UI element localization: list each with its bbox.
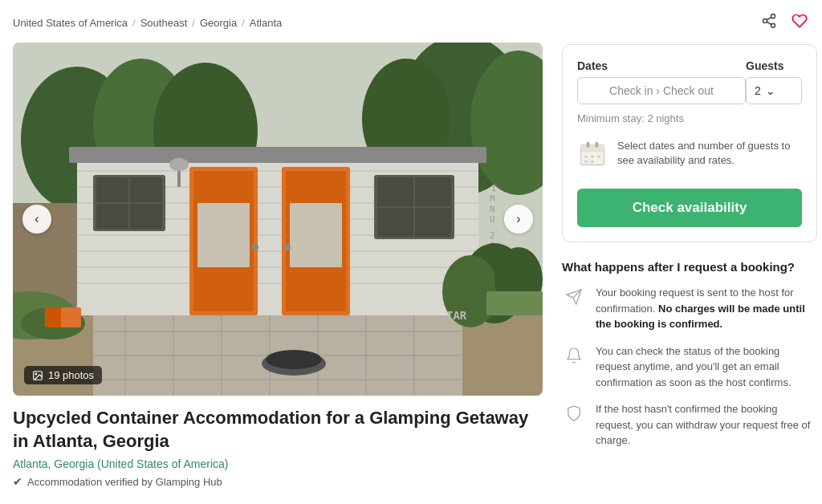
svg-rect-83 <box>584 161 588 163</box>
svg-text:2: 2 <box>490 230 495 241</box>
share-button[interactable] <box>759 11 779 35</box>
breadcrumb-nav: United States of America / Southeast / G… <box>13 17 282 29</box>
prev-photo-button[interactable]: ‹ <box>22 205 51 234</box>
svg-rect-82 <box>597 156 600 158</box>
svg-rect-71 <box>61 307 81 327</box>
svg-point-75 <box>35 373 37 375</box>
guests-section: Guests 2 ⌄ <box>746 59 802 104</box>
svg-rect-81 <box>591 156 594 158</box>
calendar-icon-wrap <box>577 139 608 169</box>
guests-select[interactable]: 2 ⌄ <box>746 77 802 104</box>
svg-rect-43 <box>290 203 342 267</box>
photo-count-label: 19 photos <box>48 369 94 381</box>
what-happens-title: What happens after I request a booking? <box>562 260 817 274</box>
svg-point-69 <box>266 350 322 369</box>
dates-input[interactable]: Check in › Check out <box>577 77 746 104</box>
svg-rect-77 <box>581 144 604 152</box>
step-1-text: Your booking request is sent to the host… <box>596 285 817 332</box>
shield-icon <box>562 401 586 425</box>
verified-label: Accommodation verified by Glamping Hub <box>27 476 222 488</box>
svg-line-3 <box>767 22 771 24</box>
svg-rect-13 <box>93 307 462 396</box>
svg-rect-78 <box>587 142 590 148</box>
step-2-text: You can check the status of the booking … <box>596 343 817 391</box>
listing-photo: I M N U 2 5 2 5 2 6 <box>13 43 543 396</box>
svg-rect-42 <box>197 203 250 267</box>
check-availability-button[interactable]: Check availability <box>577 189 802 227</box>
guests-label: Guests <box>746 59 802 72</box>
svg-rect-79 <box>596 142 599 148</box>
left-column: I M N U 2 5 2 5 2 6 <box>13 43 543 488</box>
svg-text:U: U <box>490 214 495 225</box>
min-stay-label: Minimum stay: 2 nights <box>577 112 802 124</box>
listing-verified: ✔ Accommodation verified by Glamping Hub <box>13 475 543 488</box>
svg-text:N: N <box>490 204 495 214</box>
step-2: You can check the status of the booking … <box>562 343 817 391</box>
breadcrumb: United States of America / Southeast / G… <box>0 0 822 43</box>
photo-container: I M N U 2 5 2 5 2 6 <box>13 43 543 396</box>
svg-rect-25 <box>69 147 486 163</box>
dates-label: Dates <box>577 59 746 72</box>
right-column: Dates Check in › Check out Guests 2 ⌄ Mi… <box>562 43 817 488</box>
dates-section: Dates Check in › Check out <box>577 59 746 104</box>
svg-text:TAR: TAR <box>446 309 467 322</box>
svg-rect-84 <box>591 161 594 163</box>
svg-rect-73 <box>486 291 543 315</box>
breadcrumb-georgia[interactable]: Georgia <box>200 17 237 29</box>
step-3: If the host hasn't confirmed the booking… <box>562 401 817 449</box>
svg-point-44 <box>252 244 258 250</box>
listing-location[interactable]: Atlanta, Georgia (United States of Ameri… <box>13 457 543 470</box>
svg-line-4 <box>767 17 771 19</box>
what-happens-section: What happens after I request a booking? … <box>562 260 817 449</box>
verified-icon: ✔ <box>13 475 22 488</box>
booking-dates-guests-row: Dates Check in › Check out Guests 2 ⌄ <box>577 59 802 104</box>
svg-rect-80 <box>584 156 588 158</box>
availability-info-text: Select dates and number of guests to see… <box>617 139 802 168</box>
chevron-down-icon: ⌄ <box>766 84 775 97</box>
svg-text:I: I <box>491 183 497 193</box>
calendar-info-row: Select dates and number of guests to see… <box>577 136 802 173</box>
photo-count-badge: 19 photos <box>24 366 102 384</box>
booking-card: Dates Check in › Check out Guests 2 ⌄ Mi… <box>562 44 817 242</box>
breadcrumb-atlanta[interactable]: Atlanta <box>250 17 282 29</box>
breadcrumb-usa[interactable]: United States of America <box>13 17 128 29</box>
step-1: Your booking request is sent to the host… <box>562 285 817 332</box>
guests-value: 2 <box>755 84 761 97</box>
send-icon <box>562 285 586 309</box>
listing-title: Upcycled Container Accommodation for a G… <box>13 407 543 453</box>
svg-text:M: M <box>490 193 495 204</box>
step-3-text: If the host hasn't confirmed the booking… <box>596 401 817 449</box>
breadcrumb-actions <box>759 11 809 35</box>
bell-icon <box>562 343 586 368</box>
favorite-button[interactable] <box>790 11 809 35</box>
breadcrumb-southeast[interactable]: Southeast <box>140 17 188 29</box>
next-photo-button[interactable]: › <box>504 205 533 234</box>
svg-point-45 <box>284 244 291 250</box>
main-layout: I M N U 2 5 2 5 2 6 <box>0 43 822 501</box>
calendar-icon <box>578 140 607 169</box>
svg-point-61 <box>169 158 189 171</box>
